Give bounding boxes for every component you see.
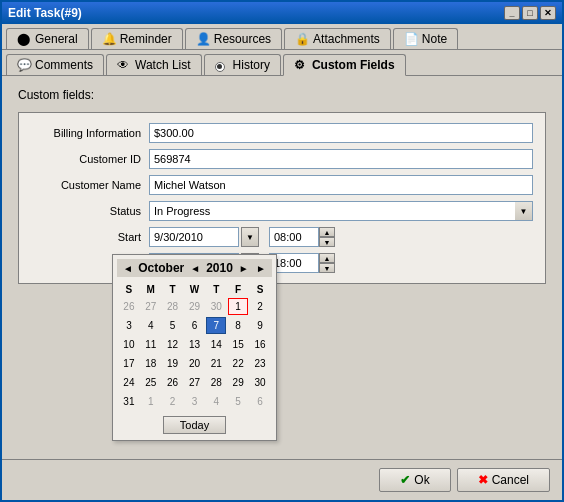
- cal-day-1-4[interactable]: 7: [206, 317, 226, 334]
- start-date-picker-button[interactable]: ▼: [241, 227, 259, 247]
- start-row: Start ▼ ▲ ▼: [31, 227, 533, 247]
- cal-day-4-0[interactable]: 24: [119, 374, 139, 391]
- status-select[interactable]: In Progress Not Started Completed Deferr…: [149, 201, 533, 221]
- tabs-row2: 💬 Comments 👁 Watch List History ⚙ Custom…: [2, 50, 562, 76]
- end-time-wrapper: ▲ ▼: [269, 253, 335, 273]
- cal-day-5-2[interactable]: 2: [163, 393, 183, 410]
- cal-day-2-3[interactable]: 13: [185, 336, 205, 353]
- start-time-input[interactable]: [269, 227, 319, 247]
- cancel-button[interactable]: ✖ Cancel: [457, 468, 550, 492]
- status-label: Status: [31, 205, 141, 217]
- cal-day-2-5[interactable]: 15: [228, 336, 248, 353]
- minimize-button[interactable]: _: [504, 6, 520, 20]
- cal-day-4-2[interactable]: 26: [163, 374, 183, 391]
- cal-day-1-2[interactable]: 5: [163, 317, 183, 334]
- cal-day-1-1[interactable]: 4: [141, 317, 161, 334]
- today-button[interactable]: Today: [163, 416, 226, 434]
- cal-day-3-2[interactable]: 19: [163, 355, 183, 372]
- cal-day-2-6[interactable]: 16: [250, 336, 270, 353]
- cal-day-2-4[interactable]: 14: [206, 336, 226, 353]
- tabs-row1: ⬤ General 🔔 Reminder 👤 Resources 🔒 Attac…: [2, 24, 562, 50]
- general-icon: ⬤: [17, 32, 31, 46]
- cal-day-4-1[interactable]: 25: [141, 374, 161, 391]
- cal-day-1-3[interactable]: 6: [185, 317, 205, 334]
- next-month-button[interactable]: ►: [254, 263, 268, 274]
- calendar-week-3: 17181920212223: [119, 355, 270, 372]
- cal-day-0-3[interactable]: 29: [185, 298, 205, 315]
- cal-day-4-6[interactable]: 30: [250, 374, 270, 391]
- cal-day-3-4[interactable]: 21: [206, 355, 226, 372]
- start-label: Start: [31, 231, 141, 243]
- cal-day-0-1[interactable]: 27: [141, 298, 161, 315]
- cal-day-3-5[interactable]: 22: [228, 355, 248, 372]
- calendar-week-0: 262728293012: [119, 298, 270, 315]
- cal-day-0-4[interactable]: 30: [206, 298, 226, 315]
- ok-button[interactable]: ✔ Ok: [379, 468, 450, 492]
- cal-day-0-2[interactable]: 28: [163, 298, 183, 315]
- close-button[interactable]: ✕: [540, 6, 556, 20]
- cal-day-3-0[interactable]: 17: [119, 355, 139, 372]
- tab-reminder[interactable]: 🔔 Reminder: [91, 28, 183, 49]
- calendar-year: 2010: [206, 261, 233, 275]
- history-icon: [215, 58, 229, 72]
- cal-day-1-5[interactable]: 8: [228, 317, 248, 334]
- next-year-button[interactable]: ►: [237, 263, 251, 274]
- title-bar: Edit Task(#9) _ □ ✕: [2, 2, 562, 24]
- cal-day-5-6[interactable]: 6: [250, 393, 270, 410]
- cal-day-5-0[interactable]: 31: [119, 393, 139, 410]
- title-bar-buttons: _ □ ✕: [504, 6, 556, 20]
- tab-customfields[interactable]: ⚙ Custom Fields: [283, 54, 406, 76]
- cal-day-0-6[interactable]: 2: [250, 298, 270, 315]
- cal-day-4-4[interactable]: 28: [206, 374, 226, 391]
- cal-day-0-0[interactable]: 26: [119, 298, 139, 315]
- customername-input[interactable]: [149, 175, 533, 195]
- footer: ✔ Ok ✖ Cancel: [2, 459, 562, 500]
- tab-attachments[interactable]: 🔒 Attachments: [284, 28, 391, 49]
- ok-check-icon: ✔: [400, 473, 410, 487]
- cal-day-3-6[interactable]: 23: [250, 355, 270, 372]
- calendar-week-4: 24252627282930: [119, 374, 270, 391]
- prev-year-button[interactable]: ◄: [188, 263, 202, 274]
- calendar-week-5: 31123456: [119, 393, 270, 410]
- cal-day-2-2[interactable]: 12: [163, 336, 183, 353]
- cal-day-1-0[interactable]: 3: [119, 317, 139, 334]
- tab-history[interactable]: History: [204, 54, 281, 75]
- end-time-down[interactable]: ▼: [319, 263, 335, 273]
- end-row: End ▼ ▲ ▼: [31, 253, 533, 273]
- billing-input[interactable]: [149, 123, 533, 143]
- tab-watchlist[interactable]: 👁 Watch List: [106, 54, 202, 75]
- billing-row: Billing Information: [31, 123, 533, 143]
- calendar-month: October: [138, 261, 184, 275]
- calendar-month-year: October ◄ 2010 ►: [138, 261, 251, 275]
- cal-day-3-1[interactable]: 18: [141, 355, 161, 372]
- cal-day-5-5[interactable]: 5: [228, 393, 248, 410]
- cal-day-3-3[interactable]: 20: [185, 355, 205, 372]
- cal-day-2-1[interactable]: 11: [141, 336, 161, 353]
- billing-label: Billing Information: [31, 127, 141, 139]
- prev-month-button[interactable]: ◄: [121, 263, 135, 274]
- tab-note[interactable]: 📄 Note: [393, 28, 458, 49]
- calendar-week-1: 3456789: [119, 317, 270, 334]
- start-time-up[interactable]: ▲: [319, 227, 335, 237]
- cal-day-5-1[interactable]: 1: [141, 393, 161, 410]
- cal-day-5-3[interactable]: 3: [185, 393, 205, 410]
- cal-day-4-5[interactable]: 29: [228, 374, 248, 391]
- start-date-input[interactable]: [149, 227, 239, 247]
- calendar-header-row: S M T W T F S: [119, 283, 270, 296]
- cal-day-1-6[interactable]: 9: [250, 317, 270, 334]
- cal-day-0-5[interactable]: 1: [228, 298, 248, 315]
- cal-header-wed: W: [185, 283, 205, 296]
- tab-general[interactable]: ⬤ General: [6, 28, 89, 49]
- maximize-button[interactable]: □: [522, 6, 538, 20]
- calendar-nav: ◄ October ◄ 2010 ► ►: [117, 259, 272, 277]
- start-time-down[interactable]: ▼: [319, 237, 335, 247]
- cal-day-5-4[interactable]: 4: [206, 393, 226, 410]
- cancel-label: Cancel: [492, 473, 529, 487]
- tab-comments[interactable]: 💬 Comments: [6, 54, 104, 75]
- cal-day-2-0[interactable]: 10: [119, 336, 139, 353]
- customerid-input[interactable]: [149, 149, 533, 169]
- cal-header-thu: T: [206, 283, 226, 296]
- cal-day-4-3[interactable]: 27: [185, 374, 205, 391]
- tab-resources[interactable]: 👤 Resources: [185, 28, 282, 49]
- end-time-up[interactable]: ▲: [319, 253, 335, 263]
